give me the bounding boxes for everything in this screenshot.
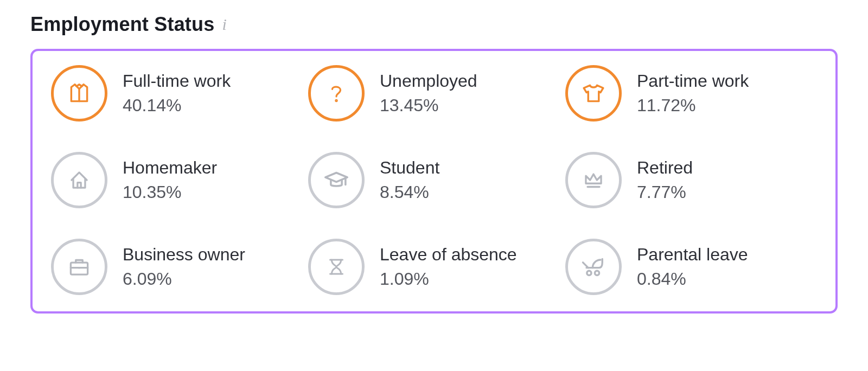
status-text: Part-time work 11.72%: [637, 72, 749, 115]
hourglass-icon-ring: [308, 239, 365, 295]
status-tile-1: Unemployed 13.45%: [308, 65, 560, 121]
stroller-icon: [579, 253, 608, 281]
status-tile-8: Parental leave 0.84%: [565, 239, 817, 295]
status-value: 11.72%: [637, 96, 749, 115]
status-tile-4: Student 8.54%: [308, 152, 560, 208]
status-label: Business owner: [123, 245, 245, 264]
status-tile-3: Homemaker 10.35%: [51, 152, 303, 208]
status-value: 7.77%: [637, 183, 693, 202]
status-label: Unemployed: [380, 72, 477, 91]
status-tile-6: Business owner 6.09%: [51, 239, 303, 295]
status-value: 1.09%: [380, 270, 517, 289]
section-title: Employment Status: [30, 13, 214, 36]
home-icon-ring: [51, 152, 107, 208]
status-value: 10.35%: [123, 183, 217, 202]
graduation-cap-icon: [322, 165, 351, 195]
svg-point-8: [587, 271, 591, 275]
status-value: 8.54%: [380, 183, 439, 202]
status-tile-2: Part-time work 11.72%: [565, 65, 817, 121]
section-heading: Employment Status i: [30, 13, 838, 36]
tshirt-icon-ring: [565, 65, 622, 121]
shirt-folded-icon: [65, 79, 93, 107]
question-icon: [323, 80, 349, 106]
info-icon[interactable]: i: [222, 16, 226, 33]
employment-status-card: Full-time work 40.14% Unemployed 13.45% …: [30, 49, 838, 314]
tshirt-icon: [579, 79, 608, 107]
status-text: Parental leave 0.84%: [637, 245, 748, 289]
status-grid: Full-time work 40.14% Unemployed 13.45% …: [51, 65, 817, 295]
status-label: Homemaker: [123, 158, 217, 177]
status-label: Retired: [637, 158, 693, 177]
status-tile-7: Leave of absence 1.09%: [308, 239, 560, 295]
stroller-icon-ring: [565, 239, 622, 295]
status-label: Student: [380, 158, 439, 177]
crown-icon: [580, 167, 607, 194]
shirt-folded-icon-ring: [51, 65, 107, 121]
status-tile-0: Full-time work 40.14%: [51, 65, 303, 121]
home-icon: [66, 167, 93, 194]
question-icon-ring: [308, 65, 365, 121]
status-value: 13.45%: [380, 96, 477, 115]
status-value: 40.14%: [123, 96, 231, 115]
status-text: Business owner 6.09%: [123, 245, 245, 289]
status-text: Full-time work 40.14%: [123, 72, 231, 115]
status-label: Full-time work: [123, 72, 231, 91]
crown-icon-ring: [565, 152, 622, 208]
status-text: Leave of absence 1.09%: [380, 245, 517, 289]
status-label: Part-time work: [637, 72, 749, 91]
status-text: Retired 7.77%: [637, 158, 693, 202]
status-value: 0.84%: [637, 270, 748, 289]
graduation-cap-icon-ring: [308, 152, 365, 208]
status-text: Student 8.54%: [380, 158, 439, 202]
status-label: Parental leave: [637, 245, 748, 264]
briefcase-icon: [66, 253, 93, 280]
status-label: Leave of absence: [380, 245, 517, 264]
briefcase-icon-ring: [51, 239, 107, 295]
status-text: Unemployed 13.45%: [380, 72, 477, 115]
status-tile-5: Retired 7.77%: [565, 152, 817, 208]
status-value: 6.09%: [123, 270, 245, 289]
svg-point-0: [336, 100, 337, 101]
svg-line-7: [583, 263, 589, 268]
status-text: Homemaker 10.35%: [123, 158, 217, 202]
hourglass-icon: [324, 254, 349, 279]
svg-point-9: [595, 271, 599, 275]
